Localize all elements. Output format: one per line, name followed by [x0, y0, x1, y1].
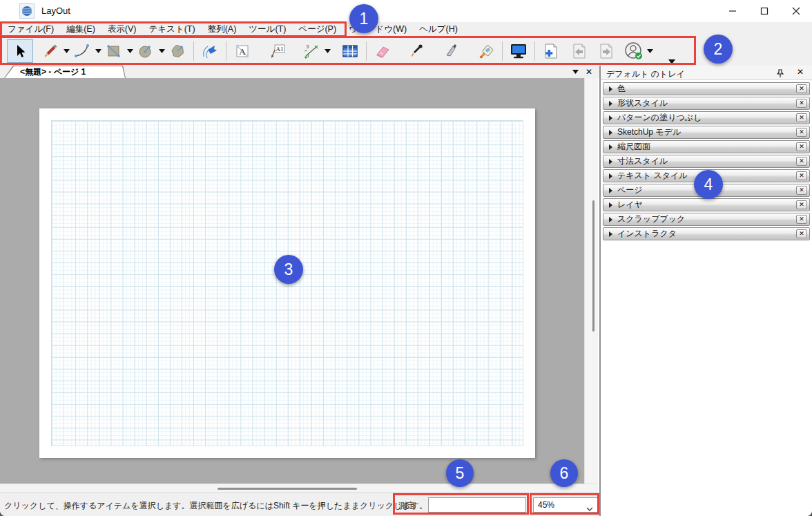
close-icon	[792, 7, 800, 15]
minimize-button[interactable]	[717, 0, 748, 22]
vertical-scrollbar[interactable]	[584, 78, 598, 484]
tray-item-scaled-drawing[interactable]: 縮尺図面 ✕	[603, 140, 810, 153]
tray-item-colors[interactable]: 色 ✕	[603, 82, 810, 95]
chevron-down-icon	[572, 70, 579, 74]
annotation-circle-1: 1	[349, 4, 378, 33]
expand-arrow-icon	[609, 188, 612, 193]
tray-item-scrapbook[interactable]: スクラップブック ✕	[603, 213, 810, 226]
annotation-box-toolbar	[0, 36, 696, 65]
pin-icon[interactable]	[775, 68, 786, 79]
document-tab-label: <無題> - ページ 1	[5, 66, 125, 78]
expand-arrow-icon	[609, 159, 612, 164]
annotation-circle-4: 4	[694, 170, 723, 199]
annotation-circle-6: 6	[550, 459, 578, 487]
vertical-scrollbar-thumb[interactable]	[592, 200, 594, 332]
tray-item-close-button[interactable]: ✕	[796, 171, 807, 180]
tray-header: デフォルト のトレイ ✕	[601, 66, 812, 80]
tray-item-close-button[interactable]: ✕	[796, 128, 807, 137]
tray-item-close-button[interactable]: ✕	[796, 186, 807, 195]
tray-item-close-button[interactable]: ✕	[796, 84, 807, 93]
layout-logo-icon	[21, 6, 32, 17]
annotation-box-measurement	[393, 493, 529, 515]
tray-item-list: 色 ✕ 形状スタイル ✕ パターンの塗りつぶし ✕ SketchUp モデル ✕…	[603, 82, 810, 242]
tray-item-dimension-style[interactable]: 寸法スタイル ✕	[603, 155, 810, 168]
tray-close-button[interactable]: ✕	[797, 67, 804, 77]
annotation-circle-3: 3	[274, 255, 303, 284]
tray-title: デフォルト のトレイ	[606, 68, 685, 80]
expand-arrow-icon	[609, 231, 612, 237]
tray-item-layers[interactable]: レイヤ ✕	[603, 198, 810, 211]
annotation-box-zoom	[530, 493, 599, 515]
tray-item-close-button[interactable]: ✕	[796, 113, 807, 122]
tray-item-sketchup-model[interactable]: SketchUp モデル ✕	[603, 126, 810, 139]
expand-arrow-icon	[609, 144, 612, 150]
window-title: LayOut	[41, 6, 70, 16]
status-hint-text: クリックして、操作するアイテムを選択します。選択範囲を広げるにはShift キー…	[4, 500, 434, 512]
app-icon-button[interactable]	[19, 3, 35, 19]
document-tab[interactable]: <無題> - ページ 1	[4, 66, 126, 78]
tray-item-close-button[interactable]: ✕	[796, 229, 807, 238]
horizontal-scrollbar[interactable]	[0, 484, 598, 493]
tray-item-close-button[interactable]: ✕	[796, 99, 807, 108]
default-tray-panel: デフォルト のトレイ ✕ 色 ✕ 形状スタイル ✕ パターンの塗りつぶし ✕	[599, 66, 812, 516]
tray-item-close-button[interactable]: ✕	[796, 142, 807, 151]
expand-arrow-icon	[609, 86, 612, 92]
horizontal-scrollbar-thumb[interactable]	[218, 488, 357, 490]
maximize-button[interactable]	[748, 0, 780, 22]
document-tab-bar: <無題> - ページ 1 ✕	[0, 66, 599, 78]
tray-item-pattern-fill[interactable]: パターンの塗りつぶし ✕	[603, 111, 810, 124]
expand-arrow-icon	[609, 115, 612, 121]
layout-app-window: LayOut ファイル(F) 編集(E) 表示(V) テキスト(T) 整列(A)…	[0, 0, 812, 516]
expand-arrow-icon	[609, 202, 612, 208]
expand-arrow-icon	[609, 173, 612, 179]
expand-arrow-icon	[609, 130, 612, 135]
minimize-icon	[728, 7, 737, 15]
maximize-icon	[760, 7, 768, 15]
tray-item-close-button[interactable]: ✕	[796, 200, 807, 209]
tray-item-shape-style[interactable]: 形状スタイル ✕	[603, 97, 810, 110]
menu-help[interactable]: ヘルプ(H)	[413, 22, 464, 37]
tab-list-dropdown[interactable]	[569, 66, 581, 78]
expand-arrow-icon	[609, 101, 612, 106]
title-bar: LayOut	[0, 0, 812, 22]
tray-item-close-button[interactable]: ✕	[796, 157, 807, 166]
annotation-box-menu-bar	[0, 21, 347, 37]
close-button[interactable]	[780, 0, 812, 22]
expand-arrow-icon	[609, 217, 612, 222]
tray-item-close-button[interactable]: ✕	[796, 215, 807, 224]
annotation-circle-5: 5	[446, 459, 474, 487]
tray-item-instructor[interactable]: インストラクタ ✕	[603, 227, 810, 240]
annotation-circle-2: 2	[704, 35, 733, 64]
tab-close-button[interactable]: ✕	[583, 66, 595, 78]
